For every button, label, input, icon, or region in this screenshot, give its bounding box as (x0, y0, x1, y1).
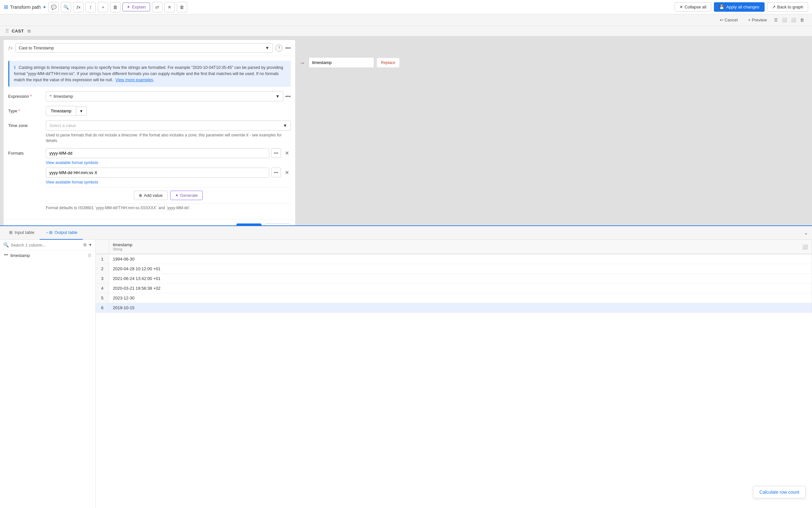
expand-icon[interactable]: ⬜ (791, 17, 796, 23)
format1-remove-btn[interactable]: ✕ (283, 149, 291, 157)
plus-icon-btn[interactable]: + (98, 2, 108, 12)
transform-path-label: ⊞ Transform path ✦ (4, 4, 46, 10)
chevron-sidebar-icon[interactable]: ▼ (88, 243, 92, 247)
row-num-header (96, 240, 109, 254)
generate-button[interactable]: ✦ Generate (170, 190, 203, 200)
timezone-label: Time zone (8, 121, 41, 128)
chat-icon-btn[interactable]: 💬 (48, 2, 59, 12)
copy-sidebar-icon[interactable]: ⧉ (83, 242, 86, 248)
delete-icon-btn[interactable]: 🗑 (177, 2, 187, 12)
lower-panel: ⊞ Input table →⊞ Output table ⌄ 🔍 ⧉ ▼ ❝ (0, 225, 812, 508)
filter-icon[interactable]: ☰ (774, 17, 778, 23)
sidebar-columns: 🔍 ⧉ ▼ ❝❝ timestamp ☰ (0, 240, 96, 508)
type-row: Type * Timestamp ▼ (8, 106, 291, 116)
calculate-row-count-btn[interactable]: Calculate row count (753, 486, 806, 498)
type-dropdown-btn[interactable]: ▼ (76, 107, 87, 116)
more-options-icon[interactable]: ••• (285, 45, 291, 51)
plus-circle-icon: ⊕ (139, 193, 142, 198)
expression-row: Expression * ❝ timestamp ▼ (8, 91, 291, 101)
formats-row: Formats ••• ✕ View available format symb… (8, 148, 291, 210)
back-to-graph-button[interactable]: ↗ Back to graph (767, 2, 808, 12)
apply-all-button[interactable]: 💾 Apply all changes (714, 2, 765, 12)
column-item-timestamp[interactable]: ❝❝ timestamp ☰ (0, 250, 95, 260)
input-table-tab[interactable]: ⊞ Input table (4, 226, 40, 240)
table-row[interactable]: 5 2023-12-30 (96, 293, 812, 303)
expression-more-icon[interactable]: ••• (285, 93, 291, 99)
expression-control: ❝ timestamp ▼ ••• (46, 91, 291, 101)
function-select[interactable]: Cast to Timestamp ▼ (15, 43, 273, 53)
search-bar: 🔍 ⧉ ▼ (0, 240, 95, 250)
table-row[interactable]: 6 2019-10-15 (96, 303, 812, 313)
apply-button[interactable]: Apply (237, 223, 261, 225)
toolbar-right: ✕ Collapse all 💾 Apply all changes ↗ Bac… (675, 2, 808, 12)
grid-icon: ⊞ (4, 4, 8, 10)
format2-remove-btn[interactable]: ✕ (283, 169, 291, 176)
generate-label: Generate (180, 193, 198, 198)
replace-button[interactable]: Replace (377, 58, 399, 68)
main-content: ↩ Cancel + Preview ☰ ⬜ ⬜ 🗑 ⠿ CAST ⧉ (0, 14, 812, 508)
format-default-note: Format defaults to ISO8601 `yyyy-MM-dd'T… (46, 206, 291, 210)
copy2-icon[interactable]: ⬜ (782, 17, 787, 23)
view-format-symbols-link2[interactable]: View available format symbols (46, 180, 98, 184)
type-value-btn[interactable]: Timestamp (46, 106, 76, 116)
preview-button[interactable]: + Preview (745, 16, 770, 24)
add-value-button[interactable]: ⊕ Add value (134, 190, 168, 200)
timestamp-cell: 1994-06-30 (109, 254, 812, 264)
output-table-tab[interactable]: →⊞ Output table (40, 226, 83, 240)
trash2-icon[interactable]: 🗑 (800, 17, 804, 23)
format2-more-btn[interactable]: ••• (271, 168, 281, 177)
table-row[interactable]: 2 2020-04-28 10:12:00 +01 (96, 264, 812, 274)
cancel-secondary-button[interactable]: ↩ Cancel (717, 16, 741, 24)
save-icon: 💾 (719, 5, 724, 9)
column-name-timestamp: timestamp (10, 253, 30, 258)
explain-label: Explain (132, 5, 146, 9)
expression-label: Expression * (8, 91, 41, 99)
toolbar-left: ⊞ Transform path ✦ 💬 🔍 ƒx ƒ + 🗑 ✦ Explai… (4, 2, 673, 12)
input-table-icon: ⊞ (9, 230, 13, 235)
col-header-type: String (113, 247, 132, 251)
timestamp-column-header: timestamp String ⬜ (109, 240, 812, 254)
x-icon-btn[interactable]: ✕ (164, 2, 175, 12)
data-table: timestamp String ⬜ 1 1994-06-30 2 20 (96, 240, 812, 313)
col-header-name: timestamp (113, 242, 132, 247)
timezone-select[interactable]: Select a value ▼ (46, 121, 291, 131)
swap-icon-btn[interactable]: ⇄ (152, 2, 162, 12)
sort-icon[interactable]: ☰ (88, 253, 92, 258)
type-required-star: * (18, 109, 20, 113)
type-control: Timestamp ▼ (46, 106, 291, 116)
fx-icon-btn[interactable]: ƒ (85, 2, 96, 12)
formats-control: ••• ✕ View available format symbols ••• … (46, 148, 291, 210)
format1-row: ••• ✕ (46, 148, 291, 158)
output-column-field[interactable] (308, 57, 374, 68)
trash-icon-btn[interactable]: 🗑 (110, 2, 121, 12)
expand-table-btn[interactable]: ⌄ (804, 229, 808, 236)
download-col-icon[interactable]: ⬜ (802, 244, 808, 249)
collapse-icon: ✕ (680, 5, 683, 9)
table-row[interactable]: 1 1994-06-30 (96, 254, 812, 264)
copy-cast-icon[interactable]: ⧉ (28, 29, 31, 34)
arrow-area: → (299, 40, 305, 67)
help-icon[interactable]: ? (275, 44, 283, 52)
explain-button[interactable]: ✦ Explain (122, 3, 150, 11)
table-row[interactable]: 4 2020-03-21 19:56:38 +02 (96, 284, 812, 293)
expression-select[interactable]: ❝ timestamp ▼ (46, 91, 283, 101)
add-value-label: Add value (144, 193, 163, 198)
add-icon[interactable]: ✦ (43, 5, 46, 10)
arrow-icon: → (299, 59, 305, 67)
search-input[interactable] (11, 243, 82, 248)
format2-input[interactable] (46, 168, 269, 178)
format1-input[interactable] (46, 148, 269, 158)
expression-chevron-icon: ▼ (275, 94, 280, 99)
view-examples-link[interactable]: View more examples (116, 78, 153, 82)
view-format-symbols-link1[interactable]: View available format symbols (46, 161, 98, 165)
table-row[interactable]: 3 2021-06-24 13:42:00 +01 (96, 274, 812, 284)
required-star: * (30, 94, 32, 99)
row-num-cell: 1 (96, 254, 109, 264)
zoom-icon-btn[interactable]: 🔍 (61, 2, 71, 12)
collapse-all-button[interactable]: ✕ Collapse all (675, 2, 711, 12)
expression-value: timestamp (54, 94, 73, 99)
fx-prefix-icon: ƒx (8, 45, 13, 50)
formula-icon-btn[interactable]: ƒx (73, 2, 83, 12)
format1-more-btn[interactable]: ••• (271, 148, 281, 158)
cancel-button[interactable]: Cancel (265, 223, 290, 225)
